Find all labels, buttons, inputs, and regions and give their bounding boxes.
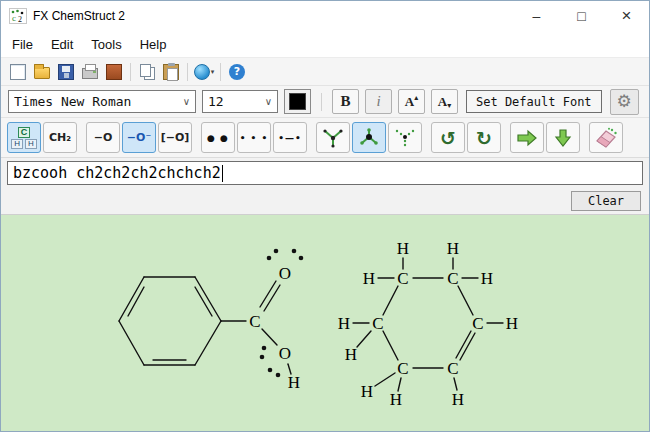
app-icon: c 2 [9,8,27,24]
svg-text:H: H [338,314,350,333]
settings-gear-button[interactable]: ⚙ [610,89,639,115]
svg-text:H: H [363,269,375,288]
condensed-formula-button[interactable]: CH₂ [43,122,77,153]
menu-help[interactable]: Help [131,32,176,57]
geometry-node-icon [357,127,381,149]
geometry-solid-icon [321,127,345,149]
print-icon [82,68,98,79]
drawing-canvas[interactable]: COOHCCCCCCHHHHHHHHHH [1,215,649,431]
print-button[interactable] [78,60,102,84]
web-button[interactable]: ▾ [192,60,216,84]
lone-pair-bond-button[interactable]: •—• [273,122,307,153]
minimize-button[interactable]: – [514,1,559,31]
bracket-o-button[interactable]: [−O] [158,122,192,153]
rotate-cw-button[interactable]: ↻ [467,122,501,153]
lone-pair-large-icon: ● ● [207,133,229,143]
structural-formula-button[interactable]: CHH [7,122,41,153]
up-mark-icon: ▴ [414,93,418,102]
svg-text:O: O [279,264,291,283]
open-icon [34,67,50,79]
rotate-ccw-button[interactable]: ↺ [431,122,465,153]
condensed-formula-icon: CH₂ [49,131,71,144]
export-down-button[interactable] [546,122,580,153]
svg-text:H: H [390,390,402,409]
color-swatch [289,93,306,110]
geometry-node-button[interactable] [352,122,386,153]
eraser-button[interactable] [589,122,623,153]
geometry-dotted-button[interactable] [388,122,422,153]
font-family-value: Times New Roman [14,94,179,109]
svg-text:C: C [397,269,408,288]
menu-edit[interactable]: Edit [42,32,82,57]
molecule-cyclohexene: CCCCCCHHHHHHHHHH [338,239,518,409]
menu-tools[interactable]: Tools [82,32,130,57]
clear-row: Clear [1,188,649,215]
clear-button[interactable]: Clear [571,191,641,211]
export-down-icon [552,128,574,148]
svg-text:C: C [447,269,458,288]
decrease-font-label: A [438,94,447,110]
save-file-button[interactable] [54,60,78,84]
menu-file[interactable]: File [3,32,42,57]
geometry-solid-button[interactable] [316,122,350,153]
window-controls: – □ × [514,1,649,31]
window-title: FX ChemStruct 2 [33,9,125,23]
molecule-canvas: COOHCCCCCCHHHHHHHHHH [1,215,649,431]
svg-text:2: 2 [18,15,22,24]
menu-bar: FileEditToolsHelp [1,31,649,58]
copy-button[interactable] [135,60,159,84]
svg-text:c: c [12,13,16,23]
lone-pair-large-button[interactable]: ● ● [201,122,235,153]
set-default-font-button[interactable]: Set Default Font [466,90,602,113]
title-bar: c 2 FX ChemStruct 2 – □ × [1,1,649,31]
molecule-benzoic-acid: COOH [119,249,303,392]
eraser-icon [594,127,618,149]
font-family-select[interactable]: Times New Roman ∨ [8,90,196,113]
formula-input[interactable]: bzcooh ch2ch2ch2chchch2 [7,161,643,185]
font-color-button[interactable] [284,89,311,114]
italic-button[interactable]: i [365,89,392,114]
svg-text:C: C [397,359,408,378]
structural-formula-icon: CHH [11,127,37,149]
paste-button[interactable] [159,60,183,84]
capture-icon [106,64,122,80]
maximize-button[interactable]: □ [559,1,604,31]
increase-font-button[interactable]: A ▴ [398,89,425,114]
paste-icon [163,64,179,80]
charged-o-icon: −O⁻ [127,131,151,144]
formula-input-value: bzcooh ch2ch2ch2chchch2 [13,164,221,182]
app-window: c 2 FX ChemStruct 2 – □ × FileEditToolsH… [0,0,650,432]
new-file-button[interactable] [6,60,30,84]
decrease-font-button[interactable]: A ▾ [431,89,458,114]
close-button[interactable]: × [604,1,649,31]
open-file-button[interactable] [30,60,54,84]
font-size-select[interactable]: 12 ∨ [202,90,278,113]
svg-text:C: C [447,359,458,378]
export-right-button[interactable] [510,122,544,153]
separator [130,63,131,81]
separator [321,93,322,111]
bracket-o-icon: [−O] [161,131,190,144]
lone-pair-small-button[interactable]: • • • [237,122,271,153]
rotate-ccw-icon: ↺ [440,127,456,149]
svg-text:H: H [447,239,459,258]
bold-button[interactable]: B [332,89,359,114]
svg-text:H: H [452,390,464,409]
single-bond-o-button[interactable]: −O [86,122,120,153]
help-button[interactable]: ? [225,60,249,84]
chem-toolbar: CHHCH₂−O−O⁻[−O]● ●• • ••—•↺↻ [1,118,649,158]
rotate-cw-icon: ↻ [476,127,492,149]
capture-button[interactable] [102,60,126,84]
svg-text:H: H [288,373,300,392]
chevron-down-icon: ∨ [265,96,272,107]
svg-text:H: H [397,239,409,258]
separator [187,63,188,81]
export-right-icon [516,128,538,148]
help-icon: ? [229,64,245,80]
svg-text:H: H [481,269,493,288]
copy-icon [140,64,151,77]
font-toolbar: Times New Roman ∨ 12 ∨ B i A ▴ A ▾ Set D… [1,86,649,118]
text-cursor [222,165,223,182]
formula-input-row: bzcooh ch2ch2ch2chchch2 [1,158,649,188]
charged-o-button[interactable]: −O⁻ [122,122,156,153]
